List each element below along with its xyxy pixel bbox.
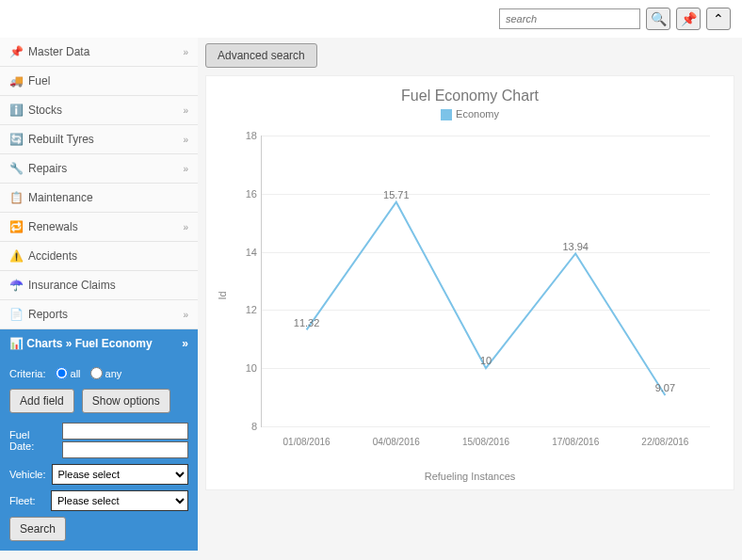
chart-plot: Id 8101214161801/08/201604/08/201615/08/… — [225, 126, 715, 465]
menu-icon: ☂️ — [9, 279, 23, 292]
criteria-label: Criteria: — [9, 368, 46, 379]
menu-icon: ⚠️ — [9, 249, 23, 263]
y-tick: 14 — [234, 247, 257, 258]
criteria-any[interactable]: any — [90, 367, 122, 379]
menu-icon: 📋 — [9, 191, 23, 204]
sidebar-item-accidents[interactable]: ⚠️Accidents — [0, 242, 198, 271]
data-label: 11.32 — [294, 316, 320, 328]
y-tick: 12 — [234, 304, 257, 315]
y-axis-label: Id — [217, 292, 228, 300]
chevron-right-icon: » — [183, 222, 188, 232]
y-tick: 8 — [234, 421, 257, 432]
data-label: 15.71 — [383, 188, 410, 200]
filter-panel: Criteria: all any Add field Show options… — [0, 358, 198, 551]
sidebar-item-insurance-claims[interactable]: ☂️Insurance Claims — [0, 271, 198, 300]
search-input[interactable] — [499, 8, 640, 29]
sidebar-active-charts[interactable]: 📊 Charts » Fuel Economy » — [0, 329, 198, 358]
x-axis-label: Refueling Instances — [214, 471, 726, 482]
chart-card: Fuel Economy Chart Economy Id 8101214161… — [205, 75, 734, 490]
sidebar-item-renewals[interactable]: 🔁Renewals» — [0, 213, 198, 242]
x-tick: 01/08/2016 — [283, 437, 331, 447]
vehicle-select[interactable]: Please select — [52, 464, 188, 485]
menu-icon: ℹ️ — [9, 104, 23, 117]
menu-icon: 📄 — [9, 308, 23, 321]
breadcrumb: Charts » Fuel Economy — [26, 337, 152, 350]
y-tick: 18 — [234, 130, 257, 141]
advanced-search-button[interactable]: Advanced search — [205, 43, 317, 68]
chart-icon: 📊 — [9, 337, 24, 350]
pin-icon[interactable]: 📌 — [676, 8, 701, 30]
y-tick: 16 — [234, 188, 257, 200]
vehicle-label: Vehicle: — [9, 469, 46, 480]
show-options-button[interactable]: Show options — [82, 389, 170, 413]
criteria-all[interactable]: all — [56, 367, 81, 379]
chevron-right-icon: » — [183, 310, 188, 320]
menu-icon: 📌 — [9, 45, 23, 58]
chevron-right-icon: » — [183, 105, 188, 116]
sidebar-item-stocks[interactable]: ℹ️Stocks» — [0, 96, 198, 125]
menu-icon: 🔁 — [9, 220, 23, 233]
sidebar: 📌Master Data»🚚Fuelℹ️Stocks»🔄Rebuilt Tyre… — [0, 38, 198, 551]
sidebar-item-repairs[interactable]: 🔧Repairs» — [0, 154, 198, 184]
data-label: 13.94 — [562, 240, 589, 251]
chart-legend: Economy — [214, 108, 726, 120]
x-tick: 04/08/2016 — [373, 437, 420, 447]
main-content: Advanced search Fuel Economy Chart Econo… — [198, 38, 742, 551]
fuel-date-label: Fuel Date: — [9, 429, 56, 452]
menu-icon: 🔄 — [9, 133, 23, 146]
legend-swatch-icon — [441, 109, 452, 120]
fleet-label: Fleet: — [9, 495, 45, 506]
sidebar-item-master-data[interactable]: 📌Master Data» — [0, 38, 198, 67]
sidebar-item-fuel[interactable]: 🚚Fuel — [0, 67, 198, 96]
fuel-date-from[interactable] — [62, 423, 188, 440]
sidebar-item-reports[interactable]: 📄Reports» — [0, 300, 198, 329]
fleet-select[interactable]: Please select — [51, 490, 188, 511]
collapse-icon[interactable]: ⌃ — [706, 8, 731, 30]
data-label: 10 — [480, 355, 492, 366]
chevron-right-icon: » — [183, 135, 188, 145]
chevron-right-icon: » — [182, 337, 188, 350]
menu-icon: 🚚 — [9, 74, 23, 88]
data-label: 9.07 — [655, 382, 675, 393]
sidebar-item-maintenance[interactable]: 📋Maintenance — [0, 184, 198, 213]
search-icon[interactable]: 🔍 — [646, 8, 670, 30]
chevron-right-icon: » — [183, 47, 188, 57]
y-tick: 10 — [234, 362, 257, 374]
fuel-date-to[interactable] — [62, 441, 188, 458]
x-tick: 22/08/2016 — [641, 437, 688, 447]
chart-title: Fuel Economy Chart — [214, 88, 726, 104]
search-button[interactable]: Search — [9, 517, 66, 541]
add-field-button[interactable]: Add field — [9, 389, 74, 413]
chevron-right-icon: » — [183, 164, 188, 174]
sidebar-item-rebuilt-tyres[interactable]: 🔄Rebuilt Tyres» — [0, 125, 198, 154]
x-tick: 15/08/2016 — [462, 437, 509, 447]
menu-icon: 🔧 — [9, 162, 23, 175]
x-tick: 17/08/2016 — [552, 437, 599, 447]
